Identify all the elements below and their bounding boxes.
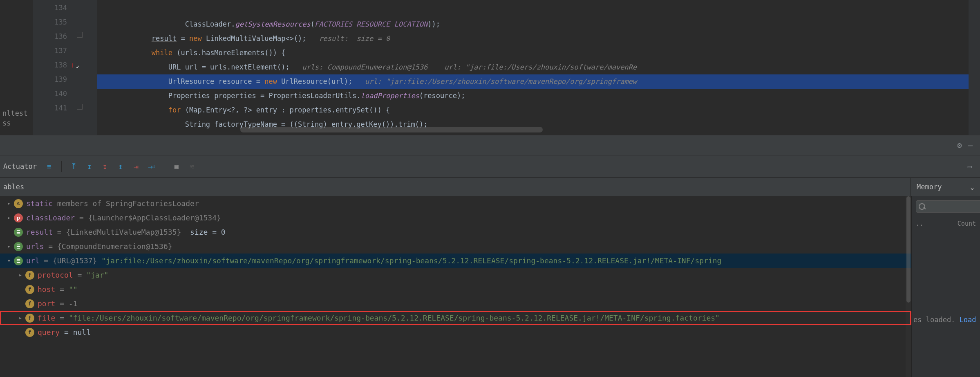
trace-icon[interactable]: ≋ bbox=[186, 161, 198, 172]
variable-name: classLoader bbox=[26, 211, 75, 225]
type-badge-icon: p bbox=[14, 213, 23, 222]
memory-tab[interactable]: Memory ⌄ bbox=[911, 178, 980, 196]
variable-name: protocol bbox=[38, 268, 73, 282]
variable-name: file bbox=[38, 311, 55, 325]
code-line[interactable]: Properties properties = PropertiesLoader… bbox=[97, 89, 980, 103]
variable-string: "" bbox=[69, 282, 78, 296]
fold-mark-icon[interactable]: – bbox=[77, 32, 83, 38]
gear-icon[interactable]: ⚙ bbox=[957, 140, 962, 150]
variable-name: result bbox=[26, 225, 53, 239]
vertical-scrollbar[interactable] bbox=[906, 196, 911, 377]
type-badge-icon: f bbox=[25, 299, 34, 308]
variable-row[interactable]: ffile = "file:/Users/zhouxin/software/ma… bbox=[0, 311, 911, 325]
variable-name: urls bbox=[26, 239, 44, 254]
memory-loaded-text: es loaded. bbox=[913, 316, 960, 324]
variable-row[interactable]: ≡url = {URL@1537} "jar:file:/Users/zhoux… bbox=[0, 254, 911, 268]
type-badge-icon: ≡ bbox=[14, 256, 23, 265]
variable-value: = {CompoundEnumeration@1536} bbox=[44, 239, 172, 254]
fold-mark-icon[interactable]: – bbox=[77, 104, 83, 110]
variable-row[interactable]: sstatic members of SpringFactoriesLoader bbox=[0, 196, 911, 211]
code-area[interactable]: ClassLoader.getSystemResources(FACTORIES… bbox=[97, 0, 980, 135]
variables-label: ables bbox=[3, 183, 24, 191]
variables-header: ables Memory ⌄ bbox=[0, 178, 980, 196]
code-line[interactable]: UrlResource resource = new UrlResource(u… bbox=[97, 74, 980, 89]
layout-icon[interactable]: ▭ bbox=[968, 162, 972, 171]
variable-row[interactable]: fquery = null bbox=[0, 325, 911, 339]
left-cut-text: nltest bbox=[0, 108, 33, 118]
threads-icon[interactable]: ≡ bbox=[43, 161, 55, 172]
scrollbar-thumb[interactable] bbox=[906, 196, 911, 303]
horizontal-scrollbar[interactable] bbox=[240, 127, 543, 132]
force-step-icon[interactable]: ⇥ bbox=[130, 161, 142, 172]
variables-tree[interactable]: sstatic members of SpringFactoriesLoader… bbox=[0, 196, 911, 377]
show-exec-point-icon[interactable]: ⤒ bbox=[68, 161, 80, 172]
separator bbox=[164, 161, 164, 172]
variable-string: "jar" bbox=[86, 268, 108, 282]
step-out-icon[interactable]: ↥ bbox=[115, 161, 126, 172]
right-tool-strip[interactable] bbox=[969, 0, 980, 135]
chevron-down-icon: ⌄ bbox=[970, 183, 974, 191]
variable-name: port bbox=[38, 296, 55, 311]
expand-chevron-icon[interactable] bbox=[5, 211, 13, 225]
left-cut-panel: nltest ss bbox=[0, 0, 33, 135]
memory-panel: ⚙ .. Count es loaded. Load bbox=[911, 196, 980, 377]
spacer bbox=[5, 225, 13, 239]
type-badge-icon: s bbox=[14, 199, 23, 208]
variable-value: = {URL@1537} bbox=[40, 254, 102, 268]
step-into-icon[interactable]: ↧ bbox=[99, 161, 111, 172]
variable-value: = -1 bbox=[55, 296, 77, 311]
line-number-gutter[interactable]: 134135136137138139140141 bbox=[33, 0, 73, 135]
code-line[interactable]: result = new LinkedMultiValueMap<>(); re… bbox=[97, 31, 980, 46]
variable-text: members of SpringFactoriesLoader bbox=[53, 196, 199, 211]
memory-label: Memory bbox=[917, 183, 942, 191]
separator bbox=[61, 161, 62, 172]
spacer bbox=[16, 325, 25, 339]
type-badge-icon: f bbox=[25, 314, 34, 323]
variable-row[interactable]: ≡urls = {CompoundEnumeration@1536} bbox=[0, 239, 911, 254]
variable-value: = bbox=[55, 311, 69, 325]
memory-col-count: Count bbox=[958, 220, 976, 227]
variable-row[interactable]: ≡result = {LinkedMultiValueMap@1535} siz… bbox=[0, 225, 911, 239]
variable-name: url bbox=[26, 254, 40, 268]
variable-row[interactable]: fport = -1 bbox=[0, 296, 911, 311]
memory-search-input[interactable] bbox=[916, 200, 980, 213]
variable-name: query bbox=[38, 325, 60, 339]
code-line[interactable]: URL url = urls.nextElement(); urls: Comp… bbox=[97, 60, 980, 74]
memory-col-dots: .. bbox=[916, 220, 923, 227]
type-badge-icon: f bbox=[25, 328, 34, 337]
variable-row[interactable]: fhost = "" bbox=[0, 282, 911, 296]
debug-panel-header: ⚙ — bbox=[0, 135, 980, 155]
expand-chevron-icon[interactable] bbox=[16, 311, 25, 325]
evaluate-icon[interactable]: ▦ bbox=[171, 161, 182, 172]
variable-extra: size = 0 bbox=[186, 225, 226, 239]
expand-chevron-icon[interactable] bbox=[5, 239, 13, 254]
hide-icon[interactable]: — bbox=[968, 140, 973, 150]
spacer bbox=[16, 296, 25, 311]
code-editor[interactable]: nltest ss 134135136137138139140141 – – C… bbox=[0, 0, 980, 135]
variable-value: = bbox=[55, 282, 69, 296]
variable-row[interactable]: fprotocol = "jar" bbox=[0, 268, 911, 282]
step-over-icon[interactable]: ↧ bbox=[84, 161, 95, 172]
variable-value: = {LinkedMultiValueMap@1535} bbox=[53, 225, 186, 239]
expand-chevron-icon[interactable] bbox=[5, 254, 13, 268]
actuator-tab[interactable]: Actuator bbox=[3, 162, 39, 171]
variable-name: host bbox=[38, 282, 55, 296]
type-badge-icon: ≡ bbox=[14, 228, 23, 237]
code-line[interactable]: for (Map.Entry<?, ?> entry : properties.… bbox=[97, 103, 980, 117]
expand-chevron-icon[interactable] bbox=[5, 196, 13, 211]
spacer bbox=[16, 282, 25, 296]
variable-string: "file:/Users/zhouxin/software/mavenRepo/… bbox=[69, 311, 720, 325]
type-badge-icon: f bbox=[25, 271, 34, 280]
variable-value: = bbox=[73, 268, 87, 282]
expand-chevron-icon[interactable] bbox=[16, 268, 25, 282]
variable-value: = null bbox=[60, 325, 91, 339]
code-line[interactable]: ClassLoader.getSystemResources(FACTORIES… bbox=[97, 17, 980, 31]
debug-toolbar: Actuator ≡ ⤒ ↧ ↧ ↥ ⇥ →I ▦ ≋ ▭ bbox=[0, 155, 980, 178]
run-to-cursor-icon[interactable]: →I bbox=[146, 161, 157, 172]
code-line[interactable]: while (urls.hasMoreElements()) { bbox=[97, 46, 980, 60]
memory-load-link[interactable]: Load bbox=[960, 316, 976, 324]
left-cut-text: ss bbox=[0, 118, 33, 128]
type-badge-icon: ≡ bbox=[14, 242, 23, 251]
variable-row[interactable]: pclassLoader = {Launcher$AppClassLoader@… bbox=[0, 211, 911, 225]
type-badge-icon: f bbox=[25, 285, 34, 294]
